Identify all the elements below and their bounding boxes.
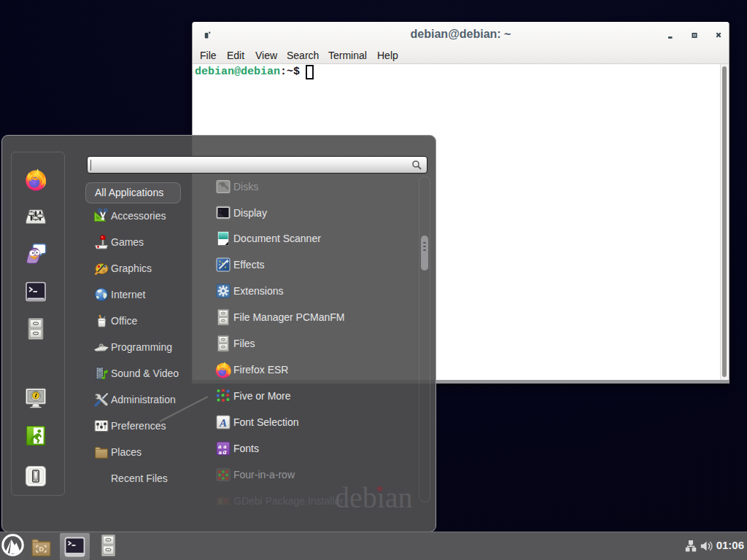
svg-text:D: D [39, 545, 44, 553]
